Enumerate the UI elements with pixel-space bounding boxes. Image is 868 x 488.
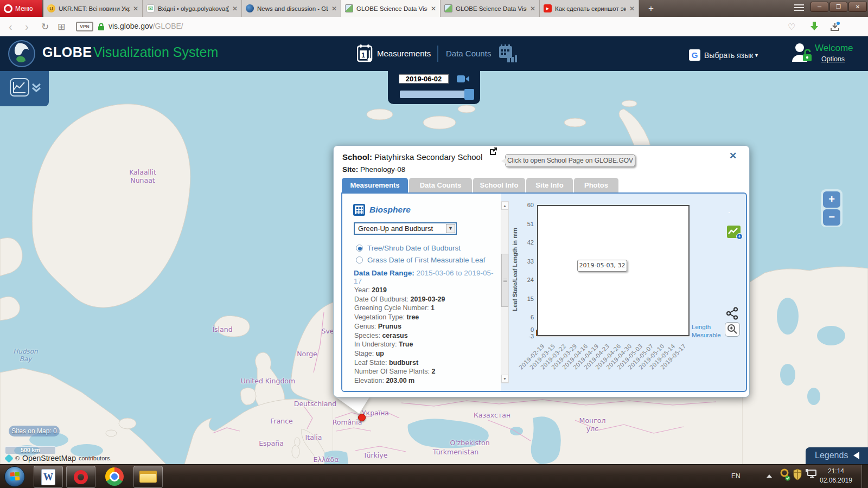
zoom-in-button[interactable]: + [823,191,840,208]
tray-expand-icon[interactable] [767,474,772,478]
tab-close-icon[interactable]: ✕ [133,5,138,12]
taskbar-opera-button[interactable] [66,466,95,488]
downloads-tray-icon[interactable] [830,17,840,36]
detail-label: Number Of Same Plants: [354,368,431,375]
google-translate-icon[interactable]: G [689,49,700,61]
url-field[interactable]: vis.globe.gov/GLOBE/ [108,22,183,30]
heart-icon[interactable]: ♡ [788,17,795,36]
tab-close-icon[interactable]: ✕ [431,5,436,12]
share-icon[interactable] [726,307,739,322]
product-name: Visualization System [93,44,218,60]
sea-aral [510,427,523,435]
close-window-button[interactable]: ✕ [848,2,867,12]
language-caret-icon[interactable]: ▼ [754,53,759,58]
radio-option[interactable]: Grass Date of First Measurable Leaf [356,256,486,264]
radio-option[interactable]: Tree/Shrub Date of Budburst [356,244,461,252]
tray-network-icon[interactable] [805,468,817,479]
date-input[interactable] [399,74,449,84]
details-scrollbar[interactable]: ▲ ▼ [501,201,509,383]
taskbar-explorer-button[interactable] [133,466,163,488]
scrollbar-thumb[interactable] [501,254,508,307]
browser-tab[interactable]: News and discussion - GLO✕ [242,0,341,17]
tab-close-icon[interactable]: ✕ [530,5,535,12]
nav-measurements[interactable]: Measurements [377,49,431,58]
detail-value: 203.00 m [386,377,414,384]
graph-panel-icon[interactable] [10,78,29,97]
download-arrow-icon[interactable] [809,17,819,36]
forward-icon[interactable]: › [25,17,29,36]
tab-photos[interactable]: Photos [574,178,618,192]
opera-menu-button[interactable]: Меню [0,0,42,17]
globe-vis-favicon [444,4,452,12]
radio-icon[interactable] [356,256,363,264]
zoom-out-button[interactable]: − [823,209,840,226]
vpn-badge[interactable]: VPN [76,22,93,31]
tab-close-icon[interactable]: ✕ [629,5,635,12]
time-slider-track[interactable] [400,91,470,98]
tab-close-icon[interactable]: ✕ [232,5,238,12]
tab-close-icon[interactable]: ✕ [331,5,337,12]
tray-key-icon[interactable] [780,468,791,481]
browser-tab[interactable]: ✉Вхідні • olyga.polyakova@✕ [143,0,242,17]
refresh-icon[interactable]: ↻ [41,17,49,36]
nav-data-counts[interactable]: Data Counts [446,49,491,58]
youtube-favicon: ▶ [544,4,552,12]
chart-legend[interactable]: Length Mesurable [692,323,721,339]
plus-badge-icon: + [736,233,743,240]
minimize-button[interactable]: ─ [810,2,828,12]
taskbar-word-button[interactable]: W [34,466,63,488]
time-slider-handle[interactable] [464,89,474,100]
browser-tab[interactable]: GLOBE Science Data Visua✕ [441,0,540,17]
language-selector[interactable]: Выбрать язык [704,51,753,60]
close-icon[interactable]: ✕ [729,150,737,162]
globe-logo[interactable] [8,40,35,67]
detail-label: Species: [354,332,382,339]
chevron-double-down-icon[interactable] [31,83,42,93]
measurements-calendar-icon[interactable]: 1 [357,44,374,63]
measurement-details: Year: 2019Date Of Budburst: 2019-03-29Gr… [354,286,445,386]
detail-value: Prunus [378,323,401,330]
site-marker[interactable] [358,414,366,421]
tab-title: GLOBE Science Data Visua [356,5,427,12]
options-link[interactable]: Options [821,55,845,63]
back-icon[interactable]: ‹ [9,17,12,36]
user-icon[interactable] [791,42,813,64]
tab-site-info[interactable]: Site Info [526,178,573,192]
lake-onega [807,388,820,405]
data-counts-calendar-icon[interactable] [498,44,518,63]
chart-zoom-icon[interactable] [725,322,740,337]
measurement-details-column: Biosphere Green-Up and Budburst ▼ Tree/S… [342,194,501,391]
tab-school-info[interactable]: School Info [473,178,525,192]
detail-row: Number Of Same Plants: 2 [354,367,445,376]
browser-tab[interactable]: ▶Как сделать скриншот эк✕ [540,0,639,17]
scroll-up-icon[interactable]: ▲ [501,202,508,210]
animation-camera-icon[interactable] [457,74,470,84]
add-chart-icon[interactable]: + [727,226,741,238]
browser-tab[interactable]: UUKR.NET: Всі новини Укра✕ [43,0,143,17]
radio-label: Tree/Shrub Date of Budburst [367,244,461,252]
speed-dial-icon[interactable]: ⊞ [58,17,65,36]
svg-text:1: 1 [361,52,365,59]
detail-row: Genus: Prunus [354,322,445,331]
new-tab-button[interactable]: + [644,3,658,15]
tray-shield-icon[interactable] [793,468,802,480]
browser-tab[interactable]: GLOBE Science Data Visua✕ [341,0,441,17]
legends-collapse-icon [853,452,859,459]
show-desktop-button[interactable] [861,465,868,488]
taskbar-chrome-button[interactable] [105,467,124,486]
tab-menu-icon[interactable] [794,4,804,12]
tab-measurements[interactable]: Measurements [342,178,408,192]
external-link-icon[interactable] [489,146,498,158]
tray-language[interactable]: EN [731,472,741,480]
tab-title: News and discussion - GLO [257,5,328,12]
clock-time: 21:14 [816,467,856,476]
scroll-down-icon[interactable]: ▼ [501,375,508,383]
restore-button[interactable]: ❐ [829,2,847,12]
radio-icon[interactable] [356,245,363,252]
tray-clock[interactable]: 21:14 02.06.2019 [816,467,856,485]
start-button[interactable] [4,466,25,487]
protocol-select[interactable]: Green-Up and Budburst ▼ [354,222,457,235]
tab-data-counts[interactable]: Data Counts [409,178,472,192]
legends-tab[interactable]: Legends [806,447,868,464]
attribution-brand[interactable]: OpenStreetMap [22,454,76,463]
